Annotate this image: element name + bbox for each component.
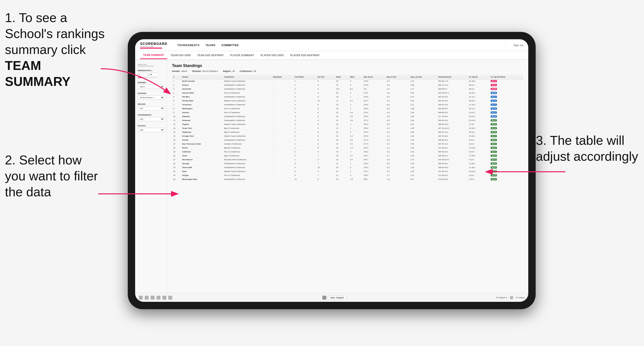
view-original-button[interactable]: View: Original bbox=[328, 296, 346, 300]
cell-adj-score: 276.9 bbox=[362, 115, 385, 119]
cell-vs-top25: 11-19-0 bbox=[468, 103, 490, 107]
share-icon[interactable] bbox=[162, 296, 166, 300]
table-row: 23 Texas A&M Southeastern Conference - 9… bbox=[172, 166, 523, 170]
cell-vs-top25: 9-12-1 bbox=[468, 158, 490, 162]
score-badge: 80.21 bbox=[491, 119, 497, 122]
refresh-icon[interactable] bbox=[150, 296, 154, 300]
cell-vs-top25: 9-10-1 bbox=[468, 142, 490, 146]
cell-overall: 269 95-6-0 bbox=[437, 87, 468, 91]
score-badge: 89.24 bbox=[491, 147, 497, 149]
cell-reg-rank: - bbox=[272, 166, 294, 170]
cell-reg-rank: - bbox=[272, 162, 294, 166]
bookmark-icon[interactable] bbox=[156, 296, 160, 300]
cell-overall: 262 88-17-0 bbox=[437, 79, 468, 83]
cell-no-tour: 9 bbox=[316, 79, 335, 83]
cell-conference: Pac-12 Conference bbox=[223, 111, 272, 115]
cell-school: Florida State bbox=[181, 99, 223, 103]
gender-select[interactable]: Men's bbox=[138, 85, 164, 89]
filter-slider[interactable] bbox=[138, 77, 157, 78]
score-badge: 82.88 bbox=[491, 170, 497, 173]
cell-avg-par: -6.2 bbox=[385, 79, 409, 83]
cell-conference: Southeastern Conference bbox=[223, 119, 272, 123]
expand-icon[interactable] bbox=[510, 296, 513, 299]
tab-player-h2h-heatmap[interactable]: PLAYER H2H HEATMAP bbox=[287, 52, 322, 59]
filter-division: Division NCAA Division I bbox=[138, 92, 164, 100]
forward-icon[interactable] bbox=[145, 296, 149, 300]
filter-min-input[interactable] bbox=[138, 73, 148, 76]
main-content: Update time:27/03/2024 16:56:26 Minimum … bbox=[135, 60, 528, 293]
cell-avg-par: -5.1 bbox=[385, 142, 409, 146]
cell-avg-par: -5.1 bbox=[385, 130, 409, 134]
cell-vs-top25: 4-21-0 bbox=[468, 177, 490, 181]
score-badge: 85.02 bbox=[491, 139, 497, 141]
division-select[interactable]: NCAA Division I bbox=[138, 95, 164, 100]
cell-overall: 262 63-15-1 bbox=[437, 95, 468, 99]
filter-region-label: Region bbox=[138, 103, 164, 105]
cell-conf-rank: 5 bbox=[294, 115, 316, 119]
conference-select[interactable]: (All) bbox=[138, 117, 164, 121]
cell-conf-rank: 4 bbox=[294, 150, 316, 154]
region-select[interactable]: N/A bbox=[138, 106, 164, 110]
sub-tabs: TEAM SUMMARY TEAM H2H GRID TEAM H2H HEAT… bbox=[135, 51, 528, 60]
nav-divider: | bbox=[506, 44, 506, 47]
cell-conf-rank: 2 bbox=[294, 107, 316, 111]
cell-adj-score: 277.0 bbox=[362, 119, 385, 123]
cell-avg-low: 1.86 bbox=[409, 115, 437, 119]
cell-overall: 217 72-30-1 bbox=[437, 115, 468, 119]
cell-conf-rank: 5 bbox=[294, 170, 316, 173]
col-overall: Overall Record bbox=[437, 75, 468, 79]
instruction-2: 2. Select how you want to filter the dat… bbox=[5, 152, 98, 200]
table-row: 18 Illinois Big Ten Conference - 1 9 23 … bbox=[172, 146, 523, 150]
cell-conference: Pac-12 Conference bbox=[223, 107, 272, 111]
cell-avg-low: 1.98 bbox=[409, 107, 437, 111]
cell-vs-top25: 18-23-0 bbox=[468, 170, 490, 173]
filter-region: Region N/A bbox=[138, 103, 164, 110]
cell-reg-rank: - bbox=[272, 134, 294, 138]
cell-school: Duke bbox=[181, 170, 223, 173]
cell-vs-top50: 83.27 bbox=[490, 150, 523, 154]
table-row: 6 Florida State Atlantic Coast Conferenc… bbox=[172, 99, 523, 103]
cell-vs-top25: 11-28-3 bbox=[468, 166, 490, 170]
tab-team-h2h-grid[interactable]: TEAM H2H GRID bbox=[168, 52, 194, 59]
cell-adj-score: 278.7 bbox=[362, 158, 385, 162]
tab-team-h2h-heatmap[interactable]: TEAM H2H HEATMAP bbox=[194, 52, 226, 59]
cell-rnds: 18 bbox=[335, 103, 349, 107]
cell-no-tour: 8 bbox=[316, 115, 335, 119]
cell-reg-rank: - bbox=[272, 170, 294, 173]
cell-avg-par: -4.2 bbox=[385, 134, 409, 138]
cell-no-tour: 7 bbox=[316, 154, 335, 158]
back-icon[interactable] bbox=[139, 296, 143, 300]
school-select[interactable]: (All) bbox=[138, 128, 164, 132]
cell-conference: Big 12 Conference bbox=[223, 130, 272, 134]
cell-conf-rank: 2 bbox=[294, 99, 316, 103]
tab-team-summary[interactable]: TEAM SUMMARY bbox=[140, 52, 167, 59]
cell-vs-top50: 83.27 bbox=[490, 95, 523, 99]
tab-player-h2h-grid[interactable]: PLAYER H2H GRID bbox=[258, 52, 287, 59]
tab-player-summary[interactable]: PLAYER SUMMARY bbox=[227, 52, 257, 59]
nav-tournaments[interactable]: TOURNAMENTS bbox=[177, 43, 200, 48]
cell-rnds: 17 bbox=[335, 99, 349, 103]
share-label: Share bbox=[519, 296, 524, 299]
cell-school: Ole Miss bbox=[181, 95, 223, 99]
share-button[interactable]: ⬆ Share bbox=[516, 296, 524, 299]
cell-vs-top25: 69-6-0 bbox=[468, 87, 490, 91]
nav-committee[interactable]: COMMITTEE bbox=[222, 43, 239, 48]
cell-rnds: 24 bbox=[335, 150, 349, 154]
table-row: 19 California Pac-12 Conference - 4 8 24… bbox=[172, 150, 523, 154]
toolbar-center: View: Original bbox=[322, 296, 346, 300]
cell-reg-rank: - bbox=[272, 119, 294, 123]
division-chip-value: NCAA Division I bbox=[202, 70, 218, 72]
watch-button[interactable]: 👁 Watch ▾ bbox=[496, 296, 507, 299]
sign-out-button[interactable]: Sign out bbox=[514, 44, 523, 47]
nav-teams[interactable]: TEAMS bbox=[206, 43, 216, 48]
cell-avg-low: 1.85 bbox=[409, 126, 437, 130]
table-row: 3 Vanderbilt Southeastern Conference - 2… bbox=[172, 87, 523, 91]
cell-rnds: 24 bbox=[335, 119, 349, 123]
menu-icon[interactable] bbox=[168, 296, 172, 300]
cell-avg-low: 2.70 bbox=[409, 79, 437, 83]
cell-wins: 2 bbox=[349, 166, 362, 170]
filter-gender: Gender Men's bbox=[138, 81, 164, 89]
cell-rnds: 21 bbox=[335, 173, 349, 177]
update-time: Update time:27/03/2024 16:56:26 bbox=[138, 64, 164, 67]
filter-max-input[interactable] bbox=[148, 73, 158, 76]
